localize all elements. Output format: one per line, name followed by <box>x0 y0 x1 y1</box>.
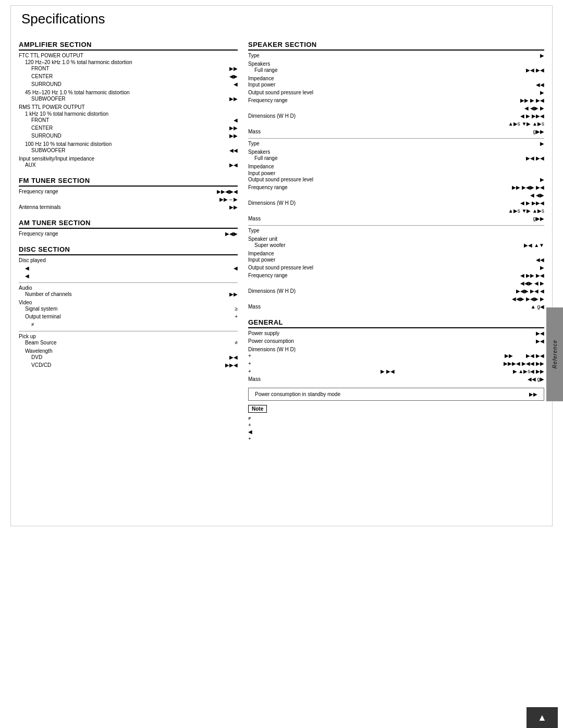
speaker-section-title: SPEAKER SECTION <box>248 41 544 51</box>
general-dim-label: Dimensions (W H D) <box>248 347 544 352</box>
sp3-mass-label: Mass <box>248 304 513 310</box>
fm-freq-row1: Frequency range ▶▶◀▶◀ <box>19 189 238 196</box>
output-terminal-value2: ≠ <box>19 322 238 327</box>
sp1-type-label: Type <box>248 53 513 58</box>
fm-freq-row2: ▶▶ – ▶ <box>19 196 238 204</box>
disc-val2: ◀ <box>19 273 238 279</box>
fm-antenna-value: ▶▶ <box>206 204 238 210</box>
disc-val2-row: ◀ <box>19 273 238 280</box>
power-supply-label: Power supply <box>248 330 513 336</box>
standby-label: Power consumption in standby mode <box>255 391 340 397</box>
rms-surround-label: SURROUND <box>19 133 206 139</box>
sp3-superwoofer-row: Super woofer ▶◀ ▲▼ <box>248 242 544 250</box>
front-label: FRONT <box>19 66 206 71</box>
am-freq-row: Frequency range ▶◀▶ <box>19 231 238 238</box>
sp3-superwoofer-label: Super woofer <box>248 242 513 248</box>
input-sens-label: Input sensitivity/Input impedance <box>19 156 238 162</box>
sp1-type-value: ▶ <box>513 53 544 58</box>
fm-tuner-title: FM TUNER SECTION <box>19 177 238 187</box>
sp3-freq-value2: ◀◀▶ ◀ ▶ <box>513 280 544 286</box>
fm-freq-value: ▶▶◀▶◀ <box>206 189 238 194</box>
sp2-type-row: Type ▶ <box>248 141 544 148</box>
ftc-label: FTC TTL POWER OUTPUT <box>19 53 238 58</box>
ftc2-note: 45 Hz–120 Hz 1.0 % total harmonic distor… <box>19 90 238 95</box>
vcd-label: VCD/CD <box>19 362 206 368</box>
nav-arrow-icon: ▲ <box>537 712 547 723</box>
sp3-spl-value: ▶ <box>513 265 544 270</box>
sp1-impedance-label: Impedance <box>248 76 544 81</box>
disc-played-row: Disc played <box>19 257 238 265</box>
speaker-section: SPEAKER SECTION Type ▶ Speakers Full ran… <box>248 41 544 441</box>
signal-row: Signal system ≥ <box>19 306 238 313</box>
sp3-input-value: ◀◀ <box>513 257 544 263</box>
beam-row: Beam Source ≠ <box>19 340 238 347</box>
power-consumption-row: Power consumption ▶◀ <box>248 338 544 346</box>
beam-label: Beam Source <box>19 340 206 346</box>
disc-val1-row: ◀ ◀ <box>19 265 238 273</box>
front-row: FRONT ▶▶ <box>19 66 238 73</box>
video-label: Video <box>19 300 238 305</box>
sp1-dim-value: ◀ ▶ ▶▶◀ <box>513 113 544 119</box>
general-dim-right2: ▶▶▶◀ ▶◀◀ ▶▶ <box>504 361 544 366</box>
rms-label: RMS TTL POWER OUTPUT <box>19 104 238 110</box>
speaker2: Type ▶ Speakers Full range ▶◀ ▶◀ Impedan… <box>248 141 544 223</box>
disc-section-title: DISC SECTION <box>19 245 238 255</box>
rms-front-value: ◀ <box>206 117 238 123</box>
sp2-dim-value2: ▲▶s ▼▶ ▲▶s <box>508 208 544 214</box>
standby-box: Power consumption in standby mode ▶▶ <box>248 388 544 401</box>
sp2-fullrange-row: Full range ▶◀ ▶◀ <box>248 155 544 163</box>
sp2-freq-row2: ◀ ◀▶ <box>248 192 544 200</box>
sp3-spl-label: Output sound pressure level <box>248 265 513 270</box>
channels-value: ▶▶ <box>206 291 238 297</box>
signal-value: ≥ <box>206 306 238 312</box>
note-box-label: Note <box>248 405 267 413</box>
right-column: SPEAKER SECTION Type ▶ Speakers Full ran… <box>248 33 544 441</box>
general-dim-right1: ▶◀ ▶◀ <box>513 353 544 359</box>
sp2-spl-value: ▶ <box>513 177 544 182</box>
sp3-impedance-label: Impedance <box>248 251 544 256</box>
sp2-freq-label: Frequency range <box>248 184 512 190</box>
sp1-dim-row1: Dimensions (W H D) ◀ ▶ ▶▶◀ <box>248 113 544 120</box>
sp1-spl-value: ▶ <box>513 90 544 95</box>
general-mass-label: Mass <box>248 376 513 382</box>
center-row: CENTER ◀▶ <box>19 73 238 81</box>
general-dim-row3: + ▶ ▶◀ ▶ ▲▶s◀ ▶▶ <box>248 368 544 376</box>
subwoofer-label: SUBWOOFER <box>19 96 206 102</box>
am-tuner-section: AM TUNER SECTION Frequency range ▶◀▶ <box>19 219 238 238</box>
rms-center-value: ▶▶ <box>206 125 238 131</box>
center-value: ◀▶ <box>206 73 238 79</box>
rms-note2: 100 Hz 10 % total harmonic distortion <box>19 141 238 147</box>
sp3-input-row: Input power ◀◀ <box>248 257 544 264</box>
reference-text: Reference <box>552 340 558 368</box>
rms-front-label: FRONT <box>19 117 206 123</box>
surround-row: SURROUND ◀ <box>19 81 238 89</box>
sp2-input-label: Input power <box>248 170 544 176</box>
sp1-mass-value: g▶▶ <box>513 129 544 134</box>
rms-front-row: FRONT ◀ <box>19 117 238 125</box>
surround-value: ◀ <box>206 81 238 87</box>
general-section-title: GENERAL <box>248 318 544 328</box>
sp1-spl-label: Output sound pressure level <box>248 90 513 95</box>
sp1-fullrange-label: Full range <box>248 67 513 73</box>
sp2-dim-row2: ▲▶s ▼▶ ▲▶s <box>248 208 544 215</box>
power-supply-value: ▶◀ <box>513 330 544 336</box>
general-section: GENERAL Power supply ▶◀ Power consumptio… <box>248 318 544 441</box>
general-dim-val1: ▶▶ <box>482 353 513 359</box>
sp1-input-row: Input power ◀◀ <box>248 82 544 89</box>
rms-sub-label: SUBWOOFER <box>19 147 206 153</box>
general-mass-value: ◀◀ g▶ <box>513 376 544 382</box>
sp1-fullrange-row: Full range ▶◀ ▶◀ <box>248 67 544 75</box>
sp2-dim-label: Dimensions (W H D) <box>248 200 513 206</box>
beam-value: ≠ <box>206 340 238 346</box>
speaker1: Type ▶ Speakers Full range ▶◀ ▶◀ Impedan… <box>248 53 544 136</box>
general-mass-row: Mass ◀◀ g▶ <box>248 376 544 384</box>
sp2-freq-row1: Frequency range ▶▶ ▶◀▶ ▶◀ <box>248 184 544 192</box>
rms-center-label: CENTER <box>19 125 206 131</box>
fm-antenna-row: Antenna terminals ▶▶ <box>19 204 238 212</box>
left-column: AMPLIFIER SECTION FTC TTL POWER OUTPUT 1… <box>19 33 238 441</box>
front-value: ▶▶ <box>206 66 238 71</box>
output-terminal-row: Output terminal + <box>19 314 238 321</box>
sp3-type-label: Type <box>248 228 544 233</box>
nav-arrow-box[interactable]: ▲ <box>527 707 558 728</box>
disc-val1: ◀ <box>19 265 206 271</box>
